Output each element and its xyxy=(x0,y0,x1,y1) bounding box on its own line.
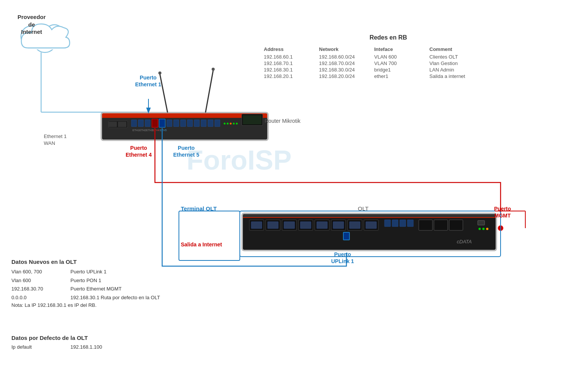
datos-nuevos-section: Datos Nuevos en la OLT Vlan 600, 700 Pue… xyxy=(11,259,179,308)
olt-label: OLT xyxy=(358,205,368,212)
puerto-ethernet1-label: Puerto Ethernet 1 xyxy=(135,74,161,88)
datos-defecto-row-0: Ip default 192.168.1.100 xyxy=(11,344,179,350)
redes-comment-3: Salida a internet xyxy=(426,73,482,79)
svg-rect-21 xyxy=(167,120,172,127)
svg-rect-28 xyxy=(215,120,220,127)
redes-comment-2: LAN Admin xyxy=(426,67,482,73)
redes-net-3: 192.168.20.0/24 xyxy=(316,73,371,79)
svg-rect-53 xyxy=(315,220,329,230)
puerto-ethernet5-label: Puerto Ethernet 5 xyxy=(173,144,199,158)
svg-rect-4 xyxy=(28,38,66,49)
svg-rect-65 xyxy=(384,220,391,227)
svg-rect-46 xyxy=(242,213,497,251)
datos-nuevos-col2-2: Puerto Ethernet MGMT xyxy=(70,285,121,293)
redes-addr-0: 192.168.60.1 xyxy=(261,54,316,60)
eth1-wan-label: Ethernet 1 WAN xyxy=(44,133,67,147)
redes-rb-table: Address Network Inteface Comment 192.168… xyxy=(261,46,516,79)
svg-rect-68 xyxy=(407,220,413,227)
svg-rect-19 xyxy=(152,119,158,127)
datos-nuevos-col1-1: Vlan 600 xyxy=(11,277,70,284)
redes-row-2: 192.168.30.1 192.168.30.0/24 bridge1 LAN… xyxy=(261,67,516,73)
datos-nuevos-row-0: Vlan 600, 700 Puerto UPLink 1 xyxy=(11,268,179,276)
svg-rect-22 xyxy=(174,120,179,127)
redes-rb-header-row: Address Network Inteface Comment xyxy=(261,46,516,54)
redes-comment-1: Vlan Gestion xyxy=(426,60,482,67)
svg-rect-83 xyxy=(179,211,240,260)
svg-rect-59 xyxy=(284,222,295,229)
svg-rect-64 xyxy=(366,222,376,229)
datos-nuevos-col1-3: 0.0.0.0 xyxy=(11,294,70,302)
datos-defecto-title: Datos por Defecto de la OLT xyxy=(11,335,179,341)
svg-point-30 xyxy=(227,123,229,125)
redes-row-3: 192.168.20.1 192.168.20.0/24 ether1 Sali… xyxy=(261,73,516,79)
redes-header-address: Address xyxy=(261,46,316,54)
svg-text:ETH1: ETH1 xyxy=(132,129,139,132)
datos-nuevos-row-2: 192.168.30.70 Puerto Ethernet MGMT xyxy=(11,285,179,293)
svg-rect-15 xyxy=(118,122,126,127)
redes-comment-0: Clientes OLT xyxy=(426,54,482,60)
svg-rect-66 xyxy=(392,220,398,227)
datos-nuevos-nota: Nota: La IP 192.168.30.1 es IP del RB. xyxy=(11,302,179,308)
datos-nuevos-col2-1: Puerto PON 1 xyxy=(70,277,101,284)
svg-rect-57 xyxy=(251,222,262,229)
svg-rect-27 xyxy=(208,120,213,127)
redes-net-1: 192.168.70.0/24 xyxy=(316,60,371,67)
svg-rect-60 xyxy=(300,222,311,229)
svg-rect-63 xyxy=(349,222,360,229)
svg-rect-10 xyxy=(102,113,267,140)
datos-nuevos-row-3: 0.0.0.0 192.168.30.1 Ruta por defecto en… xyxy=(11,294,179,302)
svg-rect-51 xyxy=(282,220,297,230)
svg-rect-69 xyxy=(343,232,349,240)
svg-rect-55 xyxy=(348,220,362,230)
svg-rect-16 xyxy=(131,120,137,127)
svg-rect-67 xyxy=(400,220,406,227)
svg-rect-72 xyxy=(449,220,463,230)
terminal-olt-label: Terminal OLT xyxy=(181,205,217,212)
svg-rect-71 xyxy=(434,220,448,230)
svg-rect-74 xyxy=(478,221,485,225)
svg-rect-56 xyxy=(364,220,378,230)
svg-rect-62 xyxy=(333,222,344,229)
datos-nuevos-col2-0: Puerto UPLink 1 xyxy=(70,268,107,276)
svg-point-73 xyxy=(498,225,503,231)
puerto-uplink-label: Puerto UPLink 1 xyxy=(331,251,354,265)
svg-rect-49 xyxy=(249,220,264,230)
datos-nuevos-col1-0: Vlan 600, 700 xyxy=(11,268,70,276)
svg-point-37 xyxy=(212,68,215,71)
svg-text:ETH5: ETH5 xyxy=(160,129,167,132)
svg-rect-70 xyxy=(419,220,432,230)
redes-addr-1: 192.168.70.1 xyxy=(261,60,316,67)
puerto-mgmt-label: Puerto MGMT xyxy=(494,205,511,219)
svg-rect-52 xyxy=(298,220,313,230)
datos-nuevos-row-1: Vlan 600 Puerto PON 1 xyxy=(11,277,179,284)
svg-point-32 xyxy=(233,123,235,125)
svg-rect-61 xyxy=(317,222,327,229)
svg-rect-50 xyxy=(266,220,280,230)
svg-rect-26 xyxy=(201,120,206,127)
svg-rect-9 xyxy=(101,112,268,141)
datos-defecto-col2-0: 192.168.1.100 xyxy=(70,344,102,350)
svg-rect-12 xyxy=(102,116,267,118)
redes-addr-2: 192.168.30.1 xyxy=(261,67,316,73)
svg-point-33 xyxy=(236,123,238,125)
svg-rect-24 xyxy=(187,120,193,127)
svg-rect-48 xyxy=(243,214,496,217)
puerto-ethernet4-label: Puerto Ethernet 4 xyxy=(126,144,152,158)
svg-point-76 xyxy=(482,228,485,230)
router-mikrotik-label: Router Mikrotik xyxy=(265,118,300,124)
datos-nuevos-col1-2: 192.168.30.70 xyxy=(11,285,70,293)
redes-net-2: 192.168.30.0/24 xyxy=(316,67,371,73)
svg-rect-47 xyxy=(243,214,496,250)
svg-rect-80 xyxy=(240,211,501,257)
redes-row-1: 192.168.70.1 192.168.70.0/24 VLAN 700 Vl… xyxy=(261,60,516,67)
datos-defecto-section: Datos por Defecto de la OLT Ip default 1… xyxy=(11,335,179,350)
cloud-label: Proveedor de Internet xyxy=(14,13,49,36)
redes-row-0: 192.168.60.1 192.168.60.0/24 VLAN 600 Cl… xyxy=(261,54,516,60)
svg-text:ETH2: ETH2 xyxy=(139,129,146,132)
redes-rb-title: Redes en RB xyxy=(261,34,516,41)
svg-rect-58 xyxy=(268,222,278,229)
svg-line-36 xyxy=(206,70,213,112)
redes-header-inteface: Inteface xyxy=(371,46,426,54)
svg-rect-54 xyxy=(331,220,346,230)
page-container: ETH1 ETH2 ETH3 ETH4 ETH5 xyxy=(0,0,571,392)
